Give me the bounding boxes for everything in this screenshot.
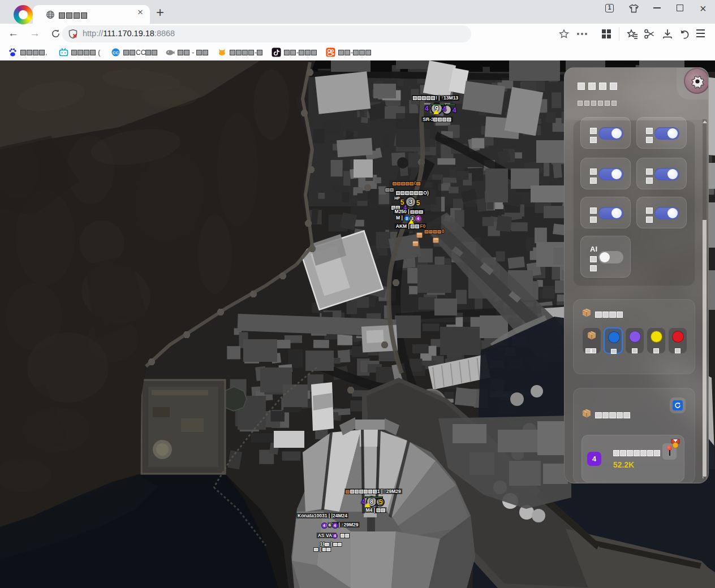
svg-text:CC: CC [113,50,119,55]
